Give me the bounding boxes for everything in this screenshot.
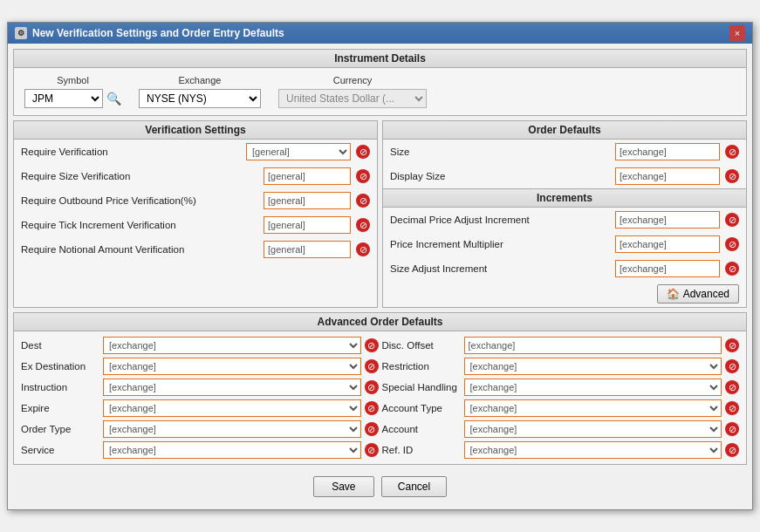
adv-row: Ref. ID [exchange] <box>382 440 740 460</box>
verification-settings-section: Verification Settings Require Verificati… <box>13 120 378 308</box>
symbol-group: Symbol JPM 🔍 <box>24 75 121 108</box>
expire-clear-btn[interactable] <box>365 401 379 415</box>
dialog-title: New Verification Settings and Order Entr… <box>32 27 284 39</box>
account-label: Account <box>382 424 461 434</box>
price-multiplier-label: Price Increment Multiplier <box>390 239 610 249</box>
close-button[interactable]: × <box>729 25 745 41</box>
decimal-price-input[interactable] <box>615 211 720 228</box>
currency-select[interactable]: United States Dollar (... <box>278 89 427 108</box>
symbol-select[interactable]: JPM <box>24 89 103 108</box>
advanced-button[interactable]: 🏠 Advanced <box>657 284 739 304</box>
middle-section: Verification Settings Require Verificati… <box>13 120 747 308</box>
clear-button-4[interactable] <box>356 242 370 256</box>
require-notional-input[interactable] <box>264 241 351 258</box>
advanced-order-defaults-header: Advanced Order Defaults <box>14 313 746 331</box>
adv-row: Account [exchange] <box>382 419 740 440</box>
form-row: Size Adjust Increment <box>383 256 746 281</box>
form-row: Require Size Verification <box>14 164 377 188</box>
instrument-details-header: Instrument Details <box>14 50 746 68</box>
disc-offset-label: Disc. Offset <box>382 340 461 351</box>
clear-button-3[interactable] <box>356 218 370 232</box>
advanced-order-defaults-section: Advanced Order Defaults Dest [exchange] … <box>13 312 747 465</box>
order-defaults-section: Order Defaults Size Display Size <box>383 121 746 188</box>
restriction-clear-btn[interactable] <box>725 359 739 373</box>
button-row: Save Cancel <box>13 469 747 504</box>
account-type-clear-btn[interactable] <box>725 401 739 415</box>
account-select[interactable]: [exchange] <box>464 420 722 438</box>
disc-offset-input[interactable] <box>464 337 722 354</box>
symbol-row: JPM 🔍 <box>24 89 121 108</box>
price-multiplier-input[interactable] <box>615 235 720 253</box>
form-row: Size <box>383 140 746 164</box>
ref-id-select[interactable]: [exchange] <box>464 441 722 459</box>
account-clear-btn[interactable] <box>725 422 739 436</box>
advanced-grid: Dest [exchange] Ex Destination [exchange… <box>14 331 746 464</box>
ex-destination-select[interactable]: [exchange] <box>103 358 361 375</box>
clear-button-0[interactable] <box>356 145 370 159</box>
adv-row: Special Handling [exchange] <box>382 377 740 398</box>
exchange-select[interactable]: NYSE (NYS) <box>139 89 261 108</box>
clear-button-2[interactable] <box>356 194 370 208</box>
verification-settings-header: Verification Settings <box>14 121 377 140</box>
size-adjust-label: Size Adjust Increment <box>390 263 610 274</box>
advanced-btn-row: 🏠 Advanced <box>383 281 746 307</box>
special-handling-clear-btn[interactable] <box>725 380 739 394</box>
size-input[interactable] <box>615 143 720 160</box>
dest-select[interactable]: [exchange] <box>103 337 361 354</box>
ref-id-clear-btn[interactable] <box>725 443 739 457</box>
size-adjust-input[interactable] <box>615 260 720 277</box>
dialog-body: Instrument Details Symbol JPM 🔍 Exchange… <box>8 44 752 509</box>
ref-id-label: Ref. ID <box>382 445 461 455</box>
save-button[interactable]: Save <box>313 476 374 497</box>
form-row: Require Tick Increment Verification <box>14 213 377 237</box>
disc-offset-clear-btn[interactable] <box>725 338 739 352</box>
require-tick-input[interactable] <box>264 216 351 234</box>
decimal-price-clear-btn[interactable] <box>725 213 739 227</box>
field-label: Require Outbound Price Verification(%) <box>21 195 258 206</box>
search-icon[interactable]: 🔍 <box>106 92 121 106</box>
require-size-input[interactable] <box>264 167 351 185</box>
increments-header: Increments <box>383 189 746 208</box>
instruction-label: Instruction <box>21 382 99 392</box>
right-panel: Order Defaults Size Display Size Increme… <box>382 120 747 308</box>
adv-row: Instruction [exchange] <box>21 377 379 398</box>
ex-destination-clear-btn[interactable] <box>365 359 379 373</box>
field-label: Require Verification <box>21 147 241 157</box>
adv-row: Order Type [exchange] <box>21 419 379 440</box>
currency-label: Currency <box>278 75 427 85</box>
order-type-select[interactable]: [exchange] <box>103 420 361 438</box>
decimal-price-label: Decimal Price Adjust Increment <box>390 215 610 225</box>
service-label: Service <box>21 445 99 455</box>
order-type-label: Order Type <box>21 424 99 434</box>
adv-row: Service [exchange] <box>21 440 379 460</box>
dest-clear-btn[interactable] <box>365 338 379 352</box>
dialog: ⚙ New Verification Settings and Order En… <box>7 22 753 510</box>
require-outbound-input[interactable] <box>264 192 351 209</box>
display-size-input[interactable] <box>615 167 720 185</box>
require-verification-select[interactable]: [general] <box>246 143 351 160</box>
restriction-select[interactable]: [exchange] <box>464 358 722 375</box>
instruction-select[interactable]: [exchange] <box>103 379 361 396</box>
instrument-details-body: Symbol JPM 🔍 Exchange NYSE (NYS) Cu <box>14 68 746 115</box>
price-multiplier-clear-btn[interactable] <box>725 237 739 251</box>
service-select[interactable]: [exchange] <box>103 441 361 459</box>
form-row: Require Outbound Price Verification(%) <box>14 188 377 213</box>
expire-select[interactable]: [exchange] <box>103 399 361 417</box>
cancel-button[interactable]: Cancel <box>381 476 447 497</box>
order-type-clear-btn[interactable] <box>365 422 379 436</box>
form-row: Display Size <box>383 164 746 188</box>
special-handling-select[interactable]: [exchange] <box>464 379 722 396</box>
account-type-label: Account Type <box>382 403 461 413</box>
special-handling-label: Special Handling <box>382 382 461 392</box>
service-clear-btn[interactable] <box>365 443 379 457</box>
clear-button-1[interactable] <box>356 169 370 183</box>
size-clear-btn[interactable] <box>725 145 739 159</box>
adv-right-col: Disc. Offset Restriction [exchange] Spec… <box>382 335 740 460</box>
account-type-select[interactable]: [exchange] <box>464 399 722 417</box>
form-row: Decimal Price Adjust Increment <box>383 208 746 232</box>
adv-row: Dest [exchange] <box>21 335 379 356</box>
display-size-clear-btn[interactable] <box>725 169 739 183</box>
size-adjust-clear-btn[interactable] <box>725 262 739 276</box>
instrument-details-section: Instrument Details Symbol JPM 🔍 Exchange… <box>13 49 747 116</box>
instruction-clear-btn[interactable] <box>365 380 379 394</box>
